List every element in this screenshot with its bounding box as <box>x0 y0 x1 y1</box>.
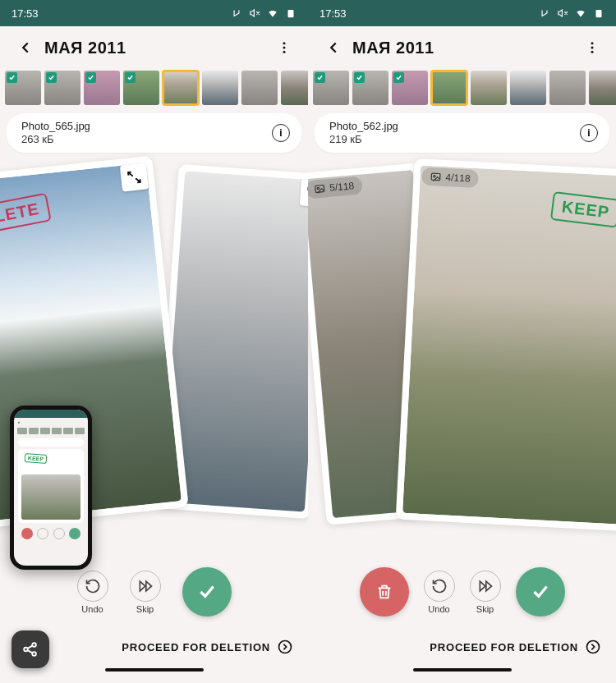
keep-fab[interactable] <box>516 567 565 617</box>
expand-button[interactable] <box>300 179 308 207</box>
check-icon <box>125 72 136 83</box>
file-size: 263 кБ <box>21 133 90 146</box>
image-icon <box>314 182 326 195</box>
thumbnail[interactable] <box>84 71 120 105</box>
thumbnail[interactable] <box>471 71 507 105</box>
info-text: Photo_565.jpg 263 кБ <box>21 120 90 146</box>
check-icon <box>354 72 365 83</box>
thumbnail[interactable] <box>281 71 308 105</box>
mini-preview-overlay: ‹ KEEP <box>10 406 92 570</box>
more-button[interactable] <box>272 35 297 60</box>
undo-label: Undo <box>81 604 103 614</box>
share-icon <box>21 640 39 658</box>
battery-icon <box>593 7 605 19</box>
svg-point-1 <box>283 42 286 44</box>
check-icon <box>85 72 96 83</box>
thumbnail-strip[interactable] <box>308 69 616 107</box>
arrow-right-icon <box>585 639 601 655</box>
skip-label: Skip <box>476 604 494 614</box>
expand-button[interactable] <box>120 163 149 191</box>
svg-point-10 <box>317 187 319 190</box>
bottom-actions: Undo Skip <box>308 555 616 629</box>
check-icon <box>315 72 325 83</box>
skip-button[interactable]: Skip <box>130 571 161 614</box>
mini-keep-stamp: KEEP <box>25 453 48 464</box>
svg-point-12 <box>434 175 435 176</box>
svg-point-8 <box>591 51 594 53</box>
more-button[interactable] <box>580 35 605 60</box>
keep-fab[interactable] <box>182 567 232 617</box>
nfc-icon <box>539 7 550 19</box>
proceed-button[interactable]: PROCEED FOR DELETION <box>308 629 616 665</box>
svg-rect-0 <box>288 10 294 17</box>
svg-point-6 <box>591 42 594 44</box>
wifi-icon <box>267 7 278 19</box>
undo-button[interactable]: Undo <box>77 571 108 614</box>
thumbnail[interactable] <box>589 71 616 105</box>
svg-point-7 <box>591 47 594 49</box>
thumbnail[interactable] <box>352 71 388 105</box>
thumbnail[interactable] <box>549 71 586 105</box>
status-bar: 17:53 <box>308 0 616 26</box>
info-chip: Photo_565.jpg 263 кБ i <box>7 113 301 153</box>
thumbnail[interactable] <box>44 71 80 105</box>
undo-button[interactable]: Undo <box>424 571 455 614</box>
thumbnail-selected[interactable] <box>163 71 199 105</box>
svg-point-3 <box>283 51 286 53</box>
svg-rect-5 <box>596 10 602 17</box>
svg-point-13 <box>587 641 600 653</box>
proceed-label: PROCEED FOR DELETION <box>122 641 270 653</box>
page-title: МАЯ 2011 <box>352 39 434 57</box>
image-icon <box>430 171 442 183</box>
share-button[interactable] <box>11 630 49 668</box>
nav-bar <box>0 667 308 683</box>
thumbnail-strip[interactable] <box>0 69 308 107</box>
skip-button[interactable]: Skip <box>470 571 501 614</box>
wifi-icon <box>575 7 586 19</box>
thumbnail[interactable] <box>392 71 428 105</box>
thumbnail[interactable] <box>313 71 349 105</box>
svg-point-2 <box>283 47 286 49</box>
skip-label: Skip <box>136 604 154 614</box>
card-area[interactable]: 5/118 4/118 KEEP <box>315 161 609 555</box>
nfc-icon <box>231 7 242 19</box>
phone-left: 17:53 МАЯ 2011 Photo_565.jpg 263 кБ <box>0 0 308 683</box>
battery-icon <box>285 7 297 19</box>
back-button[interactable] <box>319 34 347 62</box>
arrow-right-icon <box>277 639 293 655</box>
svg-rect-11 <box>431 173 440 181</box>
photo-counter: 4/118 <box>421 167 479 188</box>
status-icons <box>539 7 605 19</box>
undo-label: Undo <box>428 604 449 614</box>
check-icon <box>46 72 57 83</box>
back-button[interactable] <box>11 34 39 62</box>
thumbnail[interactable] <box>123 71 159 105</box>
file-size: 219 кБ <box>329 133 398 146</box>
nav-bar <box>308 667 616 683</box>
info-icon[interactable]: i <box>580 124 598 142</box>
photo-card-front[interactable]: 4/118 KEEP <box>396 158 616 531</box>
status-time: 17:53 <box>319 7 347 20</box>
mute-icon <box>557 7 568 19</box>
file-name: Photo_565.jpg <box>21 120 90 133</box>
file-name: Photo_562.jpg <box>329 120 398 133</box>
status-icons <box>231 7 297 19</box>
info-text: Photo_562.jpg 219 кБ <box>329 120 398 146</box>
delete-fab[interactable] <box>360 567 409 617</box>
thumbnail[interactable] <box>202 71 238 105</box>
proceed-label: PROCEED FOR DELETION <box>430 641 578 653</box>
thumbnail[interactable] <box>5 71 41 105</box>
thumbnail[interactable] <box>241 71 278 105</box>
mute-icon <box>249 7 260 19</box>
thumbnail[interactable] <box>510 71 546 105</box>
info-chip: Photo_562.jpg 219 кБ i <box>315 113 609 153</box>
check-icon <box>7 72 17 83</box>
svg-point-4 <box>279 641 292 653</box>
topbar: МАЯ 2011 <box>308 26 616 69</box>
status-bar: 17:53 <box>0 0 308 26</box>
status-time: 17:53 <box>11 7 39 20</box>
thumbnail-selected[interactable] <box>431 71 467 105</box>
check-icon <box>393 72 404 83</box>
info-icon[interactable]: i <box>272 124 290 142</box>
phone-right: 17:53 МАЯ 2011 Photo_562.jpg 219 кБ <box>308 0 616 683</box>
